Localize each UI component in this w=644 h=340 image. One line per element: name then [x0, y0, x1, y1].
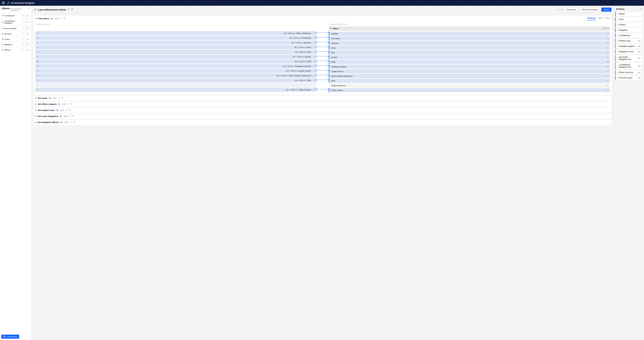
delete-icon[interactable]	[71, 8, 73, 11]
schema-link-item[interactable]: Accused cases Link	[615, 75, 643, 80]
mapping-connector	[317, 35, 329, 40]
target-property-row[interactable]: Gender abc	[329, 55, 610, 59]
schema-link-item[interactable]: Accussed allegation link Link	[615, 55, 643, 62]
target-property-row[interactable]: First name abc	[329, 36, 610, 41]
create-query-button[interactable]: Create query	[1, 335, 19, 339]
target-entity-header[interactable]: Officer ✕	[329, 26, 610, 31]
source-field-row[interactable]: abc dbo / Officers / Officer_Reference ✕	[35, 31, 317, 35]
schema-link-item[interactable]: Complainant allegation link Link	[615, 62, 643, 69]
table-item[interactable]: Allegation dbo	[1, 42, 30, 47]
target-property-row[interactable]: Role abc	[329, 50, 610, 55]
tab-mappings[interactable]: Mappings	[587, 17, 596, 20]
delete-icon[interactable]	[69, 109, 71, 111]
target-property-row[interactable]: Subject reference abc	[329, 83, 610, 88]
query-header[interactable]: Get allegation officers P 6 / 6	[34, 120, 612, 125]
tab-inputs[interactable]: Inputs	[598, 17, 603, 20]
remove-mapping-icon[interactable]: ✕	[314, 32, 315, 34]
remove-mapping-icon[interactable]: ✕	[314, 79, 315, 81]
drag-handle-icon	[617, 24, 618, 25]
table-item[interactable]: Officers dbo	[1, 48, 30, 52]
close-icon[interactable]: ✕	[607, 27, 609, 30]
edit-icon[interactable]	[60, 18, 62, 20]
table-item[interactable]: Accused Alibis dbo	[1, 26, 30, 31]
query-block: Get allegation officers P 6 / 6	[34, 120, 612, 125]
delete-icon[interactable]	[71, 103, 73, 105]
publish-button[interactable]: Publish	[601, 8, 612, 12]
target-property-row[interactable]: Direct Superior Reference abc	[329, 74, 610, 78]
source-field-row[interactable]: abc dbo / Officers / Surname ✕	[35, 41, 317, 45]
table-item[interactable]: Cases dbo	[1, 37, 30, 41]
schema-label: dbo	[26, 49, 29, 51]
edit-icon[interactable]	[66, 109, 68, 111]
delete-icon[interactable]	[73, 121, 75, 123]
source-field-row[interactable]: abc dbo / Officers / Direct_Superior_Ref…	[35, 73, 317, 78]
hamburger-menu-icon[interactable]	[2, 2, 5, 4]
tab-joins[interactable]: Joins	[606, 17, 610, 20]
schema-entity-item[interactable]: Complainant	[615, 33, 643, 38]
delete-icon[interactable]	[72, 115, 74, 117]
revert-button[interactable]: Revert all changes	[580, 8, 600, 12]
remove-mapping-icon[interactable]: ✕	[314, 37, 315, 39]
table-item[interactable]: Complainant dbo	[1, 14, 30, 18]
table-item[interactable]: Complainant Allegation dbo	[1, 19, 30, 25]
remove-mapping-icon[interactable]: ✕	[314, 46, 315, 48]
collapse-sidebar-icon[interactable]	[28, 8, 30, 10]
source-field-row[interactable]: abc dbo / Officers / Employee_Number ✕	[35, 64, 317, 68]
remove-mapping-icon[interactable]: ✕	[314, 65, 315, 67]
schema-link-item[interactable]: Related case Link	[615, 39, 643, 43]
schema-entity-item[interactable]: Subject	[615, 22, 643, 27]
expand-schema-icon[interactable]	[640, 8, 642, 10]
query-header[interactable]: Get officer subjects P 3 / 6	[34, 102, 612, 107]
target-property-name: Role	[331, 52, 335, 54]
schema-link-item[interactable]: Allegation against Link	[615, 44, 643, 49]
delete-icon[interactable]	[62, 97, 63, 99]
schema-entity-item[interactable]: Allegation	[615, 28, 643, 33]
table-name: Officers	[4, 49, 11, 51]
source-field-row[interactable]: dbo / Officers / DOB ✕	[35, 59, 317, 64]
query-header[interactable]: Find officer P 1 / 6 Mappings Inputs Joi…	[34, 16, 612, 22]
remove-mapping-icon[interactable]: ✕	[314, 70, 315, 72]
delete-icon[interactable]	[64, 18, 65, 20]
remove-mapping-icon[interactable]: ✕	[314, 89, 315, 91]
target-property-row[interactable]: Length service 123	[329, 69, 610, 73]
target-property-row[interactable]: Surname abc	[329, 41, 610, 45]
source-field-row[interactable]: abc dbo / Officers / Role ✕	[35, 50, 317, 54]
remove-mapping-icon[interactable]: ✕	[314, 42, 315, 44]
schema-link-item[interactable]: Officer case link Link	[615, 70, 643, 75]
source-field-row[interactable]: abc dbo / Officers / Rank ✕	[35, 45, 317, 49]
edit-icon[interactable]	[58, 97, 60, 99]
source-field-row[interactable]: 123 dbo / Officers / Length_Service ✕	[35, 69, 317, 73]
source-field-row[interactable]: abc dbo / Officers / Forenames ✕	[35, 36, 317, 40]
edit-icon[interactable]	[69, 115, 71, 117]
edit-icon[interactable]	[68, 103, 70, 105]
schema-item-label: Case	[619, 18, 624, 21]
target-property-row[interactable]: DOB	[329, 60, 610, 64]
target-property-row[interactable]: Collar number abc	[329, 88, 610, 92]
schema-link-item[interactable]: Allegations case Link	[615, 49, 643, 54]
target-property-row[interactable]: Rank abc	[329, 46, 610, 50]
remove-mapping-icon[interactable]: ✕	[314, 74, 315, 77]
chevron-right-icon	[36, 104, 36, 105]
add-service-button[interactable]: Add service	[564, 8, 578, 12]
table-icon	[22, 44, 24, 45]
query-header[interactable]: Get cases P 2 / 6	[34, 96, 612, 101]
remove-mapping-icon[interactable]: ✕	[314, 60, 315, 63]
query-header[interactable]: Get subject cases P 4 / 6	[34, 108, 612, 113]
settings-icon[interactable]	[68, 8, 70, 11]
schema-entity-item[interactable]: Officer	[615, 12, 643, 16]
remove-mapping-icon[interactable]: ✕	[314, 56, 315, 58]
schema-entity-item[interactable]: Case	[615, 17, 643, 22]
target-property-row[interactable]: Identifier	[329, 32, 610, 36]
query-header[interactable]: Get cases allegations P 5 / 6	[34, 114, 612, 119]
app-title: i2 Connector Designer	[11, 2, 34, 4]
target-property-row[interactable]: Employee number abc	[329, 65, 610, 69]
remove-mapping-icon[interactable]: ✕	[314, 51, 315, 53]
source-field-row[interactable]: abc dbo / Officers / Gender ✕	[35, 55, 317, 59]
copy-icon[interactable]	[604, 27, 606, 30]
edit-icon[interactable]	[70, 121, 72, 123]
target-property-row[interactable]: Rota abc	[329, 79, 610, 83]
back-icon[interactable]	[34, 9, 36, 11]
source-field-row[interactable]: abc dbo / Officers / Collar_Number ✕	[35, 88, 317, 92]
table-item[interactable]: Accused dbo	[1, 32, 30, 36]
source-field-row[interactable]: abc dbo / Officers / Rota ✕	[35, 78, 317, 82]
